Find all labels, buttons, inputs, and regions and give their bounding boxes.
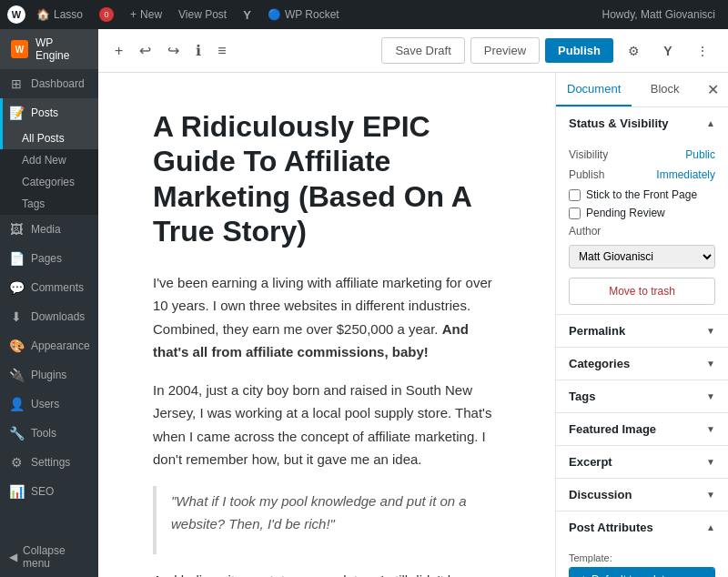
sidebar-item-appearance[interactable]: 🎨 Appearance xyxy=(0,331,98,360)
comments-icon: 💬 xyxy=(9,280,24,295)
status-visibility-content: Visibility Public Publish Immediately St… xyxy=(556,139,728,314)
sidebar-item-downloads[interactable]: ⬇ Downloads xyxy=(0,302,98,331)
template-label: Template: xyxy=(569,552,715,563)
settings-toggle-button[interactable]: ⚙ xyxy=(619,36,648,66)
admin-bar-view-post[interactable]: View Post xyxy=(173,0,232,29)
paragraph-2: In 2004, just a city boy born and raised… xyxy=(153,379,500,471)
wp-logo-icon[interactable]: W xyxy=(7,5,25,24)
collapse-menu-button[interactable]: ◀ Collapse menu xyxy=(0,537,98,577)
sidebar-item-plugins[interactable]: 🔌 Plugins xyxy=(0,360,98,390)
seo-icon: 📊 xyxy=(9,484,24,499)
content-editor[interactable]: A Ridiculously EPIC Guide To Affiliate M… xyxy=(98,73,555,577)
redo-button[interactable]: ↪ xyxy=(162,38,185,63)
yoast-icon-button[interactable]: Y xyxy=(653,36,682,66)
admin-bar-yoast[interactable]: Y xyxy=(238,0,257,29)
more-options-button[interactable]: ⋮ xyxy=(688,36,717,66)
downloads-icon: ⬇ xyxy=(9,309,24,324)
excerpt-section: Excerpt ▼ xyxy=(556,446,728,479)
publish-label: Publish xyxy=(569,168,604,181)
discussion-header[interactable]: Discussion ▼ xyxy=(556,479,728,511)
admin-bar-notif[interactable]: 0 xyxy=(94,0,119,29)
pages-icon: 📄 xyxy=(9,251,24,266)
sidebar-item-all-posts[interactable]: All Posts xyxy=(0,127,98,149)
undo-button[interactable]: ↩ xyxy=(134,38,157,63)
template-option-default[interactable]: ✓ Default template xyxy=(570,568,714,577)
pending-review-checkbox[interactable] xyxy=(569,208,581,219)
move-to-trash-button[interactable]: Move to trash xyxy=(569,278,715,305)
tools-menu-button[interactable]: ≡ xyxy=(212,39,231,63)
post-attributes-content: Template: ✓ Default template Affiliate M… xyxy=(556,543,728,577)
featured-image-header[interactable]: Featured Image ▼ xyxy=(556,413,728,445)
post-attributes-title: Post Attributes xyxy=(569,521,653,534)
featured-image-title: Featured Image xyxy=(569,422,656,436)
sidebar-item-posts[interactable]: 📝 Posts xyxy=(0,98,98,127)
categories-section: Categories ▼ xyxy=(556,348,728,380)
admin-bar-rocket[interactable]: 🔵 WP Rocket xyxy=(262,0,345,29)
site-name: Lasso xyxy=(54,8,83,21)
status-visibility-header[interactable]: Status & Visibility ▲ xyxy=(556,107,728,139)
sidebar-item-pages[interactable]: 📄 Pages xyxy=(0,244,98,273)
status-visibility-title: Status & Visibility xyxy=(569,116,669,130)
blockquote: "What if I took my pool knowledge and pu… xyxy=(153,486,500,554)
tab-block[interactable]: Block xyxy=(632,73,698,106)
publish-row: Publish Immediately xyxy=(569,168,715,181)
editor-toolbar: + ↩ ↪ ℹ ≡ Save Draft Preview Publish ⚙ Y… xyxy=(98,29,728,73)
paragraph-3: And believe it or not, two years later..… xyxy=(153,569,500,577)
tags-chevron: ▼ xyxy=(706,391,715,401)
sidebar-item-seo[interactable]: 📊 SEO xyxy=(0,477,98,506)
post-attributes-header[interactable]: Post Attributes ▲ xyxy=(556,511,728,543)
stick-front-page-checkbox[interactable] xyxy=(569,189,581,201)
visibility-value[interactable]: Public xyxy=(685,148,715,161)
categories-header[interactable]: Categories ▼ xyxy=(556,348,728,380)
author-select[interactable]: Matt Giovanisci xyxy=(569,245,715,268)
publish-value[interactable]: Immediately xyxy=(656,168,715,181)
tags-title: Tags xyxy=(569,390,595,403)
posts-icon: 📝 xyxy=(9,106,24,120)
stick-front-page-row: Stick to the Front Page xyxy=(569,188,715,201)
categories-chevron: ▼ xyxy=(706,359,715,369)
info-button[interactable]: ℹ xyxy=(190,38,207,63)
close-sidebar-button[interactable]: ✕ xyxy=(698,74,728,106)
right-sidebar: Document Block ✕ Status & Visibility ▲ V… xyxy=(555,73,728,577)
sidebar-item-media[interactable]: 🖼 Media xyxy=(0,215,98,244)
sidebar-item-tools[interactable]: 🔧 Tools xyxy=(0,419,98,448)
template-select-container: ✓ Default template Affiliate Marketing xyxy=(569,567,715,577)
notif-badge: 0 xyxy=(99,7,114,22)
post-title[interactable]: A Ridiculously EPIC Guide To Affiliate M… xyxy=(153,109,500,249)
excerpt-header[interactable]: Excerpt ▼ xyxy=(556,446,728,478)
left-sidebar: W WP Engine ⊞ Dashboard 📝 Posts All Post… xyxy=(0,29,98,577)
preview-button[interactable]: Preview xyxy=(470,37,540,64)
discussion-chevron: ▼ xyxy=(706,490,715,500)
stick-front-page-label: Stick to the Front Page xyxy=(586,188,697,201)
tab-document[interactable]: Document xyxy=(556,73,632,106)
sidebar-item-add-new[interactable]: Add New xyxy=(0,149,98,171)
permalink-header[interactable]: Permalink ▼ xyxy=(556,315,728,347)
media-icon: 🖼 xyxy=(9,222,24,237)
post-body[interactable]: I've been earning a living with affiliat… xyxy=(153,271,500,577)
collapse-icon: ◀ xyxy=(9,551,17,563)
status-visibility-chevron: ▲ xyxy=(706,118,715,128)
sidebar-item-tags[interactable]: Tags xyxy=(0,193,98,215)
editor-content-area: A Ridiculously EPIC Guide To Affiliate M… xyxy=(98,73,728,577)
sidebar-item-users[interactable]: 👤 Users xyxy=(0,390,98,419)
save-draft-button[interactable]: Save Draft xyxy=(381,37,464,64)
editor-area: + ↩ ↪ ℹ ≡ Save Draft Preview Publish ⚙ Y… xyxy=(98,29,728,577)
excerpt-chevron: ▼ xyxy=(706,457,715,467)
sidebar-item-categories[interactable]: Categories xyxy=(0,171,98,193)
sidebar-item-settings[interactable]: ⚙ Settings xyxy=(0,448,98,477)
tags-header[interactable]: Tags ▼ xyxy=(556,380,728,412)
add-block-button[interactable]: + xyxy=(109,39,128,63)
featured-image-chevron: ▼ xyxy=(706,424,715,434)
discussion-title: Discussion xyxy=(569,488,632,501)
publish-button[interactable]: Publish xyxy=(545,38,613,63)
sidebar-logo[interactable]: W WP Engine xyxy=(0,29,98,69)
admin-bar-site[interactable]: 🏠 Lasso xyxy=(31,0,88,29)
right-sidebar-header: Document Block ✕ xyxy=(556,73,728,107)
sidebar-item-dashboard[interactable]: ⊞ Dashboard xyxy=(0,69,98,98)
settings-icon: ⚙ xyxy=(9,455,24,470)
paragraph-1: I've been earning a living with affiliat… xyxy=(153,271,500,364)
sidebar-item-comments[interactable]: 💬 Comments xyxy=(0,273,98,302)
dashboard-icon: ⊞ xyxy=(9,76,24,91)
admin-bar-new[interactable]: + New xyxy=(125,0,167,29)
admin-bar-howdy[interactable]: Howdy, Matt Giovanisci xyxy=(597,0,721,29)
